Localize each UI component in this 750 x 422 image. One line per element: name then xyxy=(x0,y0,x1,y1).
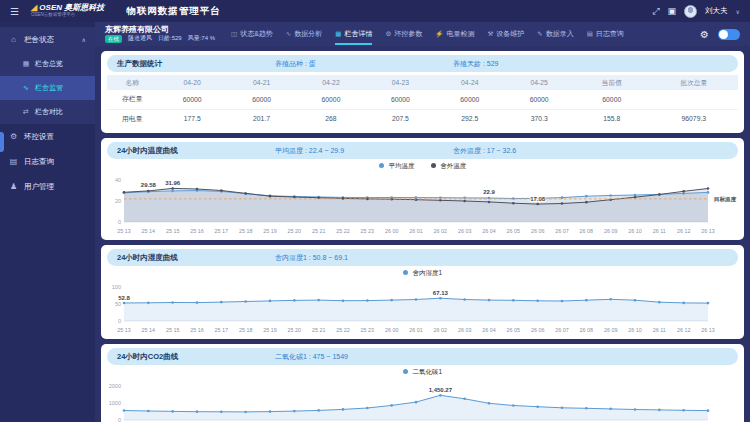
svg-text:25 23: 25 23 xyxy=(361,327,375,333)
tab-label: 日志查询 xyxy=(596,29,624,39)
svg-text:25 13: 25 13 xyxy=(117,228,131,234)
svg-text:25 22: 25 22 xyxy=(336,228,350,234)
tab-label: 设备维护 xyxy=(496,29,524,39)
svg-text:26 04: 26 04 xyxy=(482,228,496,234)
24小时内温度曲线-plot: 0204022.929.5831.9617.08目标温度25 1325 1425… xyxy=(107,171,738,235)
table-header: 名称 xyxy=(107,75,157,90)
table-header: 04-24 xyxy=(435,75,504,90)
legend-dot xyxy=(431,163,436,168)
sidebar-collapse-icon[interactable]: ☰ xyxy=(10,6,19,17)
settings-gear-icon[interactable]: ⚙ xyxy=(700,29,709,40)
fullscreen-icon[interactable]: ⤢ xyxy=(652,6,659,17)
sidebar-subitem-2[interactable]: ⇄ 栏舍对比 xyxy=(0,100,95,124)
chart-card-title: 24小时内温度曲线 xyxy=(117,146,275,156)
sidebar-subitem-label: 栏舍监管 xyxy=(35,83,63,93)
tab-label: 电量检测 xyxy=(446,29,474,39)
tab-7[interactable]: ▤ 日志查询 xyxy=(587,24,624,45)
svg-text:26 01: 26 01 xyxy=(409,327,423,333)
svg-text:26 11: 26 11 xyxy=(653,228,666,234)
svg-text:25 15: 25 15 xyxy=(166,228,180,234)
sidebar-item-label: 日志查询 xyxy=(24,157,86,167)
company-block: 东辉养殖有限公司 在线 隧道通风日龄:529风量:74 % xyxy=(105,25,215,42)
theme-toggle[interactable] xyxy=(718,29,740,40)
svg-text:0: 0 xyxy=(118,417,121,422)
svg-text:25 14: 25 14 xyxy=(142,228,156,234)
svg-text:26 12: 26 12 xyxy=(677,228,691,234)
tab-4[interactable]: ⚡ 电量检测 xyxy=(435,24,474,45)
svg-text:26 02: 26 02 xyxy=(434,327,448,333)
table-cell: 96079.3 xyxy=(650,109,738,128)
chart-stat: 舍外温度 : 17 ~ 32.6 xyxy=(453,146,631,156)
24小时内CO2曲线-plot: 0100020001,450.2725 1325 1425 1525 1625 … xyxy=(107,377,738,422)
legend-item[interactable]: 舍外温度 xyxy=(431,162,467,171)
tab-label: 数据分析 xyxy=(294,29,322,39)
tab-label: 状态&趋势 xyxy=(240,29,273,39)
table-cell: 60000 xyxy=(296,90,365,109)
svg-text:25 14: 25 14 xyxy=(142,327,156,333)
svg-text:25 20: 25 20 xyxy=(288,327,302,333)
legend-dot xyxy=(379,163,384,168)
table-cell: 用电量 xyxy=(107,109,157,128)
table-header: 04-23 xyxy=(366,75,435,90)
tab-icon: ▤ xyxy=(587,30,593,38)
production-stat: 养殖品种 : 蛋 xyxy=(275,59,453,69)
legend-label: 平均温度 xyxy=(389,162,415,169)
notification-panel-icon[interactable]: ▣ xyxy=(668,6,677,16)
sidebar-item-1[interactable]: ⚙ 环控设置 xyxy=(0,124,95,149)
user-manage-icon: ♟ xyxy=(9,182,18,191)
tab-icon: ▦ xyxy=(335,30,341,38)
chevron-up-icon: ∧ xyxy=(82,36,86,43)
svg-text:25 21: 25 21 xyxy=(312,327,326,333)
sidebar-item-0[interactable]: ⌂ 栏舍状态∧ xyxy=(0,27,95,52)
chart-card-0: 24小时内温度曲线平均温度 : 22.4 ~ 29.9舍外温度 : 17 ~ 3… xyxy=(101,138,744,240)
sidebar-item-3[interactable]: ♟ 用户管理 xyxy=(0,174,95,199)
svg-text:25 22: 25 22 xyxy=(336,327,350,333)
svg-text:1000: 1000 xyxy=(109,400,121,406)
svg-text:25 16: 25 16 xyxy=(190,228,204,234)
sidebar-collapse-handle[interactable] xyxy=(0,132,4,152)
legend-item[interactable]: 二氧化碳1 xyxy=(403,368,442,377)
svg-text:25 15: 25 15 xyxy=(166,327,180,333)
chart-plot-area-1: 05010052.867.1325 1325 1425 1525 1625 17… xyxy=(107,278,738,334)
table-cell: 60000 xyxy=(227,90,296,109)
sidebar-subitem-0[interactable]: ▦ 栏舍总览 xyxy=(0,52,95,76)
subheader-actions: ⚙ xyxy=(700,29,740,40)
tab-label: 栏舍详情 xyxy=(344,29,372,39)
avatar[interactable] xyxy=(684,5,697,18)
compare-icon: ⇄ xyxy=(22,108,30,116)
svg-text:25 19: 25 19 xyxy=(263,228,277,234)
legend-item[interactable]: 平均温度 xyxy=(379,162,415,171)
svg-text:26 13: 26 13 xyxy=(701,228,715,234)
company-meta-item: 风量:74 % xyxy=(188,35,215,42)
sidebar-subitem-label: 栏舍对比 xyxy=(35,107,63,117)
table-header: 04-20 xyxy=(157,75,226,90)
user-menu-caret-icon[interactable]: ∨ xyxy=(736,8,740,15)
tab-5[interactable]: ⚒ 设备维护 xyxy=(487,24,524,45)
svg-text:26 06: 26 06 xyxy=(531,327,545,333)
sidebar: ⌂ 栏舍状态∧▦ 栏舍总览∿ 栏舍监管⇄ 栏舍对比⚙ 环控设置▤ 日志查询♟ 用… xyxy=(0,22,95,422)
tab-icon: ⚡ xyxy=(435,30,443,38)
tab-1[interactable]: ∿ 数据分析 xyxy=(286,24,322,45)
tab-0[interactable]: ◫ 状态&趋势 xyxy=(231,24,273,45)
svg-text:25 13: 25 13 xyxy=(117,327,131,333)
chart-legend: 平均温度 舍外温度 xyxy=(107,162,738,171)
legend-item[interactable]: 舍内湿度1 xyxy=(403,269,442,278)
chart-stat: 平均温度 : 22.4 ~ 29.9 xyxy=(275,146,453,156)
svg-text:2000: 2000 xyxy=(109,383,121,389)
tab-6[interactable]: ✎ 数据录入 xyxy=(537,24,573,45)
svg-text:26 00: 26 00 xyxy=(385,228,399,234)
sidebar-subitem-1[interactable]: ∿ 栏舍监管 xyxy=(0,76,95,100)
toggle-knob xyxy=(719,30,728,39)
tab-label: 环控参数 xyxy=(394,29,422,39)
logo-subtitle: OSEN云数据管理平台 xyxy=(31,13,104,18)
tab-2[interactable]: ▦ 栏舍详情 xyxy=(335,24,372,45)
sidebar-item-2[interactable]: ▤ 日志查询 xyxy=(0,149,95,174)
top-bar: ☰ ◢ OSEN 奥斯恩科技 OSEN云数据管理平台 物联网数据管理平台 ⤢ ▣… xyxy=(0,0,750,22)
svg-text:25 18: 25 18 xyxy=(239,327,253,333)
table-cell: 155.8 xyxy=(574,109,650,128)
svg-text:25 19: 25 19 xyxy=(263,327,277,333)
svg-text:25 21: 25 21 xyxy=(312,228,326,234)
tab-3[interactable]: ⚙ 环控参数 xyxy=(385,24,422,45)
svg-text:26 09: 26 09 xyxy=(604,228,618,234)
chart-card-header: 24小时内温度曲线平均温度 : 22.4 ~ 29.9舍外温度 : 17 ~ 3… xyxy=(107,142,738,159)
